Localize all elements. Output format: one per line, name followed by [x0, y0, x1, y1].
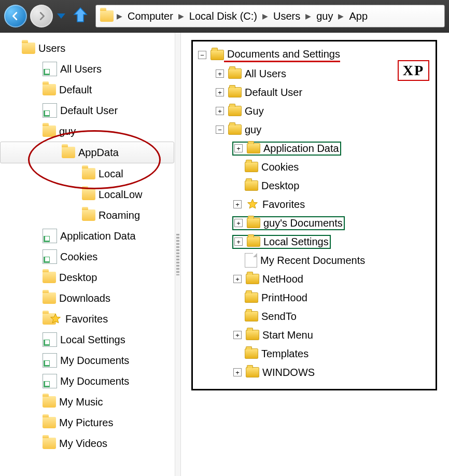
tree-item[interactable]: −Documents and Settings — [198, 46, 430, 64]
tree-item-label: Users — [35, 43, 65, 54]
tree-item-label: Local Settings — [260, 236, 329, 248]
expand-icon[interactable]: + — [233, 331, 242, 339]
tree-item[interactable]: My Recent Documents — [198, 251, 430, 270]
tree-item-label: Favorites — [62, 313, 108, 325]
tree-item[interactable]: −guy — [198, 120, 430, 139]
tree-item[interactable]: Users — [0, 38, 180, 59]
tree-item[interactable]: Downloads — [0, 288, 180, 309]
breadcrumb-item[interactable]: Users — [271, 9, 302, 23]
tree-item[interactable]: +All Users — [198, 64, 430, 83]
history-dropdown[interactable] — [57, 13, 65, 19]
forward-button[interactable] — [30, 5, 53, 27]
tree-item[interactable]: +Application Data — [198, 139, 430, 158]
expand-icon[interactable]: + — [233, 368, 242, 376]
shortcut-icon — [43, 353, 57, 368]
tree-item[interactable]: My Pictures — [0, 412, 180, 433]
chevron-right-icon: ▶ — [117, 12, 122, 20]
expand-icon[interactable]: + — [234, 237, 243, 246]
tree-item[interactable]: guy — [0, 121, 180, 142]
folder-icon — [43, 125, 56, 137]
expand-icon[interactable]: + — [234, 144, 243, 152]
expand-icon[interactable]: + — [216, 107, 224, 115]
tree-item[interactable]: LocalLow — [0, 184, 180, 205]
folder-icon — [228, 87, 242, 97]
tree-item[interactable]: AppData — [0, 142, 174, 163]
tree-item[interactable]: +Start Menu — [198, 326, 430, 344]
tree-item-label: Roaming — [95, 209, 140, 221]
tree-item[interactable]: Desktop — [0, 267, 180, 288]
folder-icon — [245, 311, 258, 321]
back-button[interactable] — [4, 5, 27, 27]
tree-item[interactable]: Desktop — [198, 176, 430, 195]
tree-item[interactable]: +WINDOWS — [198, 363, 430, 382]
tree-item[interactable]: PrintHood — [198, 288, 430, 307]
expand-icon[interactable]: + — [216, 69, 224, 78]
tree-item[interactable]: My Music — [0, 391, 180, 412]
tree-item-label: My Recent Documents — [257, 255, 365, 267]
tree-item[interactable]: Default — [0, 79, 180, 100]
chevron-right-icon: ▶ — [338, 12, 344, 20]
tree-item[interactable]: Roaming — [0, 205, 180, 226]
folder-icon — [245, 180, 258, 191]
tree-item[interactable]: SendTo — [198, 307, 430, 326]
tree-item[interactable]: Local — [0, 163, 180, 184]
tree-item-label: guy — [242, 124, 261, 136]
arrow-up-icon — [73, 6, 88, 24]
expand-icon[interactable]: + — [216, 88, 224, 96]
breadcrumb-item[interactable]: App — [347, 9, 370, 23]
collapse-icon[interactable]: − — [198, 51, 206, 59]
shortcut-icon — [43, 249, 57, 264]
address-bar[interactable]: ▶ Computer ▶ Local Disk (C:) ▶ Users ▶ g… — [95, 5, 445, 27]
tree-item-label: My Documents — [57, 375, 129, 387]
tree-item[interactable]: My Documents — [0, 371, 180, 391]
folder-icon — [43, 292, 56, 304]
spacer — [233, 350, 241, 357]
breadcrumb-item[interactable]: guy — [314, 9, 335, 23]
tree-item[interactable]: Cookies — [0, 246, 180, 267]
tree-item[interactable]: +Favorites — [198, 195, 430, 214]
tree-item-label: My Documents — [57, 355, 129, 367]
grip-icon — [176, 234, 179, 275]
tree-item-label: Downloads — [56, 292, 110, 304]
annotation-box: +guy's Documents — [232, 216, 345, 230]
tree-item[interactable]: +Default User — [198, 83, 430, 102]
tree-item[interactable]: Favorites — [0, 309, 180, 329]
tree-item-label: Documents and Settings — [224, 48, 340, 62]
tree-item[interactable]: +Guy — [198, 102, 430, 120]
tree-item[interactable]: Cookies — [198, 158, 430, 176]
tree-item[interactable]: Templates — [198, 344, 430, 363]
tree-item-label: All Users — [242, 68, 286, 80]
tree-item[interactable]: Default User — [0, 100, 180, 121]
shortcut-icon — [43, 332, 57, 347]
tree-item-label: Local — [95, 168, 123, 180]
folder-open-icon — [228, 124, 242, 135]
tree-item[interactable]: +guy's Documents — [198, 214, 430, 232]
collapse-icon[interactable]: − — [216, 125, 224, 134]
tree-item-label: Cookies — [57, 251, 97, 263]
expand-icon[interactable]: + — [233, 275, 242, 283]
tree-item[interactable]: Application Data — [0, 226, 180, 246]
content-pane: XP −Documents and Settings+All Users+Def… — [181, 33, 449, 476]
tree-item[interactable]: My Videos — [0, 433, 180, 454]
tree-item-label: My Pictures — [56, 417, 113, 429]
folder-icon — [228, 106, 242, 116]
tree-item[interactable]: All Users — [0, 59, 180, 79]
tree-item-label: WINDOWS — [259, 367, 315, 379]
breadcrumb-item[interactable]: Computer — [125, 9, 175, 23]
folder-tree[interactable]: UsersAll UsersDefaultDefault UserguyAppD… — [0, 38, 180, 454]
up-button[interactable] — [73, 6, 88, 26]
tree-item-label: Start Menu — [259, 329, 313, 341]
tree-item[interactable]: +NetHood — [198, 270, 430, 288]
expand-icon[interactable]: + — [233, 200, 242, 208]
folder-open-icon — [211, 50, 224, 60]
xp-folder-tree[interactable]: −Documents and Settings+All Users+Defaul… — [198, 46, 430, 382]
tree-item[interactable]: +Local Settings — [198, 232, 430, 251]
tree-item-label: Default — [56, 84, 92, 96]
tree-item[interactable]: My Documents — [0, 350, 180, 371]
expand-icon[interactable]: + — [234, 219, 243, 227]
folder-icon — [82, 168, 95, 179]
tree-item[interactable]: Local Settings — [0, 329, 180, 350]
pane-divider[interactable] — [175, 33, 180, 476]
folder-icon — [22, 43, 35, 54]
breadcrumb-item[interactable]: Local Disk (C:) — [187, 9, 259, 23]
